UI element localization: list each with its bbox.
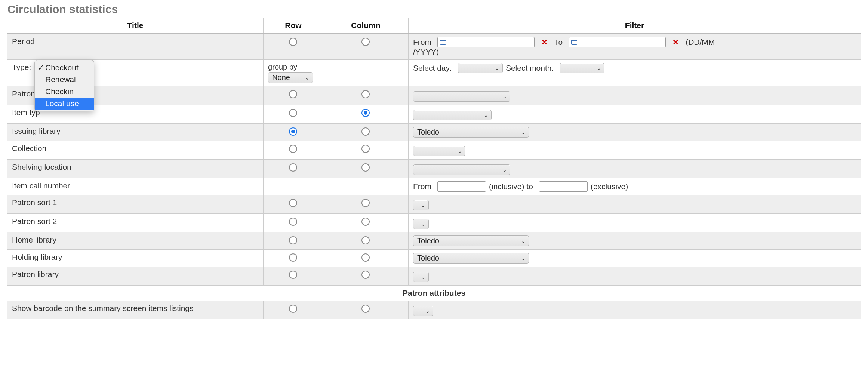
clear-to-icon[interactable]: ✕: [672, 38, 679, 47]
select-month-label: Select month:: [506, 64, 554, 73]
type-option-label: Checkout: [45, 63, 79, 72]
filter-patron-library[interactable]: ⌄: [413, 272, 429, 282]
radio-row-barcode[interactable]: [289, 305, 297, 313]
filter-issuing-library[interactable]: Toledo ⌄: [413, 127, 529, 138]
filter-psort2[interactable]: ⌄: [413, 219, 429, 229]
radio-row-shelving[interactable]: [289, 163, 297, 172]
type-option-label: Local use: [45, 99, 79, 108]
row-label-patron-library: Patron library: [7, 267, 264, 286]
col-header-row: Row: [264, 18, 323, 34]
chevron-down-icon: ⌄: [458, 148, 462, 154]
type-dropdown[interactable]: ✓ Checkout Renewal Checkin Local use: [34, 60, 94, 111]
filter-home-library-value: Toledo: [417, 237, 439, 245]
row-label-show-barcode: Show barcode on the summary screen items…: [7, 301, 264, 320]
select-day-label: Select day:: [413, 64, 452, 73]
radio-row-item-type[interactable]: [289, 109, 297, 117]
radio-row-psort2[interactable]: [289, 218, 297, 226]
row-label-patron-sort-2: Patron sort 2: [7, 214, 264, 232]
filter-issuing-library-value: Toledo: [417, 128, 439, 136]
filter-holding-library[interactable]: Toledo ⌄: [413, 253, 529, 264]
radio-col-shelving[interactable]: [361, 163, 370, 172]
radio-row-period[interactable]: [289, 38, 297, 46]
row-label-collection: Collection: [7, 141, 264, 160]
chevron-down-icon: ⌄: [421, 202, 425, 208]
type-option-renewal[interactable]: Renewal: [35, 74, 94, 86]
row-label-patron-sort-1: Patron sort 1: [7, 195, 264, 214]
type-option-checkout[interactable]: ✓ Checkout: [35, 62, 94, 74]
chevron-down-icon: ⌄: [521, 129, 526, 135]
col-header-title: Title: [7, 18, 264, 34]
row-label-holding-library: Holding library: [7, 250, 264, 267]
period-format-hint-1: (DD/MM: [686, 38, 715, 47]
filter-shelving[interactable]: ⌄: [413, 164, 510, 175]
radio-row-home-library[interactable]: [289, 236, 297, 244]
type-option-local-use[interactable]: Local use: [35, 98, 94, 110]
radio-col-home-library[interactable]: [361, 236, 370, 244]
radio-col-patron-category[interactable]: [361, 90, 370, 98]
radio-row-collection[interactable]: [289, 145, 297, 153]
select-day[interactable]: ⌄: [458, 63, 503, 73]
section-patron-attributes: Patron attributes: [7, 286, 861, 301]
radio-col-barcode[interactable]: [361, 305, 370, 313]
radio-row-patron-category[interactable]: [289, 90, 297, 98]
chevron-down-icon: ⌄: [421, 221, 425, 227]
radio-col-period[interactable]: [361, 38, 370, 46]
radio-col-holding-library[interactable]: [361, 253, 370, 262]
chevron-down-icon: ⌄: [305, 75, 310, 81]
chevron-down-icon: ⌄: [495, 65, 499, 71]
row-label-period: Period: [7, 34, 264, 60]
radio-col-patron-library[interactable]: [361, 271, 370, 279]
type-option-label: Renewal: [45, 75, 76, 84]
chevron-down-icon: ⌄: [425, 308, 430, 314]
call-to-input[interactable]: [539, 181, 588, 192]
period-from-label: From: [413, 38, 431, 47]
call-from-label: From: [413, 182, 431, 191]
call-exclusive-label: (exclusive): [591, 182, 628, 191]
chevron-down-icon: ⌄: [421, 274, 425, 280]
chevron-down-icon: ⌄: [521, 238, 526, 244]
radio-col-issuing-library[interactable]: [361, 127, 370, 136]
group-by-label: group by: [268, 63, 318, 71]
clear-from-icon[interactable]: ✕: [541, 38, 548, 47]
calendar-icon: [571, 40, 577, 45]
row-label-call-number: Item call number: [7, 178, 264, 195]
period-to-input[interactable]: [569, 37, 666, 47]
radio-row-holding-library[interactable]: [289, 253, 297, 262]
chevron-down-icon: ⌄: [502, 167, 507, 173]
period-from-input[interactable]: [437, 37, 535, 47]
col-header-column: Column: [323, 18, 408, 34]
radio-row-issuing-library[interactable]: [289, 127, 297, 136]
row-label-type: Type:: [12, 63, 31, 71]
period-to-label: To: [554, 38, 563, 47]
row-label-shelving-location: Shelving location: [7, 160, 264, 178]
period-format-hint-2: /YYYY): [413, 47, 439, 56]
filter-collection[interactable]: ⌄: [413, 146, 465, 156]
filter-barcode[interactable]: ⌄: [413, 306, 433, 316]
page-title: Circulation statistics: [7, 3, 861, 16]
type-option-checkin[interactable]: Checkin: [35, 86, 94, 98]
chevron-down-icon: ⌄: [484, 112, 488, 118]
radio-col-psort2[interactable]: [361, 218, 370, 226]
row-label-issuing-library: Issuing library: [7, 124, 264, 141]
radio-row-psort1[interactable]: [289, 199, 297, 207]
radio-col-item-type[interactable]: [361, 109, 370, 117]
stats-table: Title Row Column Filter Period From ✕ To…: [7, 18, 861, 319]
check-icon: ✓: [38, 63, 44, 72]
radio-row-patron-library[interactable]: [289, 271, 297, 279]
calendar-icon: [440, 40, 446, 45]
chevron-down-icon: ⌄: [521, 255, 526, 261]
filter-holding-library-value: Toledo: [417, 254, 439, 262]
filter-home-library[interactable]: Toledo ⌄: [413, 235, 529, 246]
radio-col-collection[interactable]: [361, 145, 370, 153]
row-label-home-library: Home library: [7, 232, 264, 250]
select-month[interactable]: ⌄: [560, 63, 604, 73]
filter-psort1[interactable]: ⌄: [413, 200, 429, 210]
group-by-select[interactable]: None ⌄: [268, 72, 313, 83]
type-option-label: Checkin: [45, 87, 74, 96]
radio-col-psort1[interactable]: [361, 199, 370, 207]
call-from-input[interactable]: [437, 181, 486, 192]
col-header-filter: Filter: [409, 18, 861, 34]
chevron-down-icon: ⌄: [597, 65, 601, 71]
filter-item-type[interactable]: ⌄: [413, 110, 492, 120]
filter-patron-category[interactable]: ⌄: [413, 91, 510, 102]
